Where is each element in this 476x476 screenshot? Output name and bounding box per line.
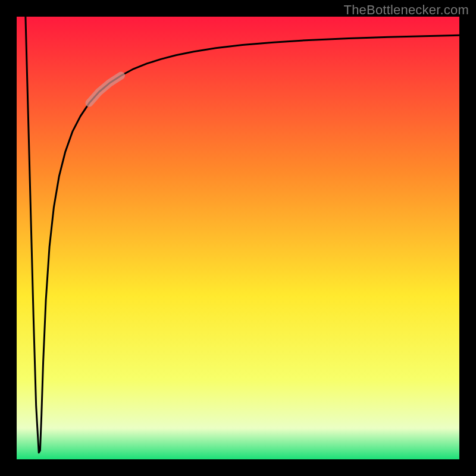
plot-area <box>17 17 459 459</box>
chart-container: TheBottlenecker.com <box>0 0 476 476</box>
attribution-label: TheBottlenecker.com <box>344 2 469 18</box>
gradient-background <box>17 17 459 459</box>
plot-svg <box>17 17 459 459</box>
